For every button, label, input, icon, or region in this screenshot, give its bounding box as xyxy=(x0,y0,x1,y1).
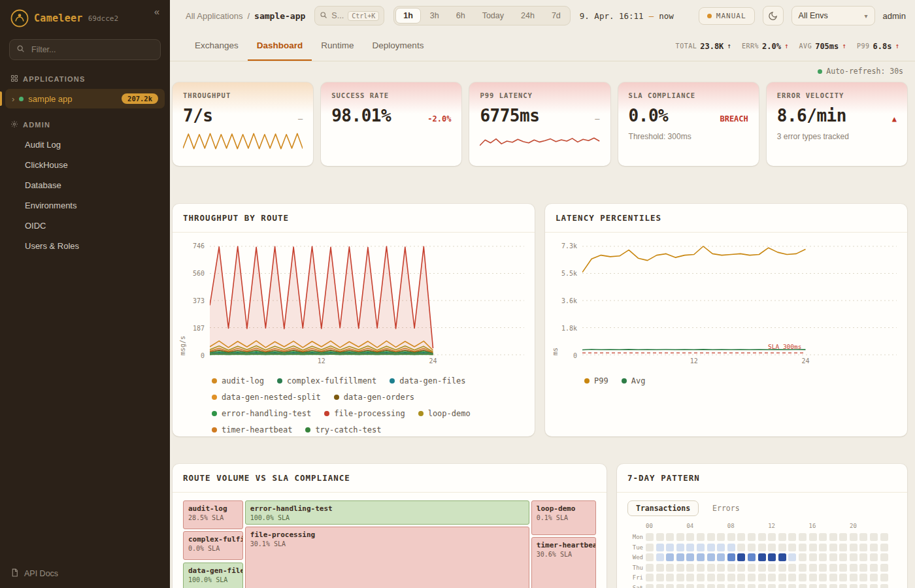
global-search[interactable]: S... Ctrl+K xyxy=(314,6,384,25)
x-tick-label: 12 xyxy=(318,357,325,365)
treemap-cell-timer-heartbeat[interactable]: timer-heartbeat30.6% SLA xyxy=(531,537,596,588)
legend-dot-icon xyxy=(212,411,217,416)
heatmap-cell xyxy=(859,584,867,588)
treemap-cell-file-processing[interactable]: file-processing30.1% SLA xyxy=(245,527,529,588)
tab-deployments[interactable]: Deployments xyxy=(363,31,433,61)
date-separator: — xyxy=(649,11,654,21)
treemap-cell-sla: 0.1% SLA xyxy=(537,514,591,521)
legend-item-loop-demo[interactable]: loop-demo xyxy=(418,409,471,418)
breadcrumb-all-applications[interactable]: All Applications xyxy=(186,11,242,21)
legend-item-try-catch-test[interactable]: try-catch-test xyxy=(305,425,381,434)
sidebar-collapse-button[interactable]: « xyxy=(150,5,163,18)
api-docs-link[interactable]: API Docs xyxy=(0,559,170,588)
treemap-cell-error-handling-test[interactable]: error-handling-test100.0% SLA xyxy=(245,500,529,525)
heatmap-cell xyxy=(768,533,776,541)
heatmap-cell xyxy=(748,553,756,561)
kpi-card-throughput: THROUGHPUT7/s– xyxy=(173,82,313,166)
legend-item-avg[interactable]: Avg xyxy=(622,376,646,385)
stat-value: 23.8K xyxy=(700,42,724,51)
time-range-1h[interactable]: 1h xyxy=(395,8,421,24)
heatmap-cell xyxy=(656,544,664,551)
sidebar-filter[interactable] xyxy=(9,39,161,60)
manual-refresh-button[interactable]: MANUAL xyxy=(699,7,755,25)
sidebar-item-environments[interactable]: Environments xyxy=(0,195,170,216)
legend-item-data-gen-orders[interactable]: data-gen-orders xyxy=(334,393,414,402)
filter-input[interactable] xyxy=(30,44,154,55)
theme-toggle-button[interactable] xyxy=(763,6,784,25)
heatmap-cell xyxy=(819,553,827,561)
tab-exchanges[interactable]: Exchanges xyxy=(186,31,248,61)
heatmap-cell xyxy=(758,553,766,561)
heatmap-cell xyxy=(768,574,776,581)
heatmap-cell xyxy=(870,553,878,561)
sidebar-item-clickhouse[interactable]: ClickHouse xyxy=(0,155,170,175)
legend-label: error-handling-test xyxy=(222,409,311,418)
heatmap-cell xyxy=(829,564,837,572)
legend-item-audit-log[interactable]: audit-log xyxy=(212,376,264,385)
route-volume-sla-panel: ROUTE VOLUME VS SLA COMPLIANCE audit-log… xyxy=(173,464,607,588)
heatmap-cell xyxy=(788,544,796,551)
latency-chart-block: ms 7.3k5.5k3.6k1.8k0 SLA 300ms 1224 xyxy=(545,233,907,367)
heatmap-cell xyxy=(686,533,694,541)
treemap-cell-data-gen-files[interactable]: data-gen-files100.0% SLA xyxy=(183,563,243,588)
search-shortcut-badge: Ctrl+K xyxy=(348,11,379,21)
tab-dashboard[interactable]: Dashboard xyxy=(248,31,312,61)
heatmap-cell xyxy=(666,553,674,561)
legend-item-data-gen-files[interactable]: data-gen-files xyxy=(390,376,465,385)
treemap-cell-sla: 0.0% SLA xyxy=(188,545,238,552)
search-placeholder: S... xyxy=(331,11,344,20)
throughput_spark-svg xyxy=(183,129,303,153)
legend-item-data-gen-nested-split[interactable]: data-gen-nested-split xyxy=(212,393,321,402)
tab-runtime[interactable]: Runtime xyxy=(312,31,363,61)
time-range-3h[interactable]: 3h xyxy=(422,8,447,24)
heatmap-toggle-errors[interactable]: Errors xyxy=(704,500,748,516)
kpi-value-row: 8.6/min▲ xyxy=(777,106,897,125)
time-range-6h[interactable]: 6h xyxy=(448,8,473,24)
heatmap-cell xyxy=(829,533,837,541)
y-tick-label: 187 xyxy=(193,325,205,332)
heatmap-cell xyxy=(676,564,684,572)
y-tick-label: 0 xyxy=(573,352,577,359)
heatmap-cell xyxy=(839,544,847,551)
treemap-cell-complex-fulfil[interactable]: complex-fulfil...0.0% SLA xyxy=(183,531,243,560)
date-range[interactable]: 9. Apr. 16:11 — now xyxy=(580,11,674,21)
legend-item-file-processing[interactable]: file-processing xyxy=(324,409,405,418)
kpi-card-success-rate: SUCCESS RATE98.01%-2.0% xyxy=(321,82,461,166)
heatmap-cell xyxy=(850,584,857,588)
kpi-delta: BREACH xyxy=(720,114,748,123)
legend-item-p99[interactable]: P99 xyxy=(584,376,608,385)
time-range-24h[interactable]: 24h xyxy=(513,8,542,24)
stat-value: 6.8s xyxy=(873,42,891,51)
sidebar-item-database[interactable]: Database xyxy=(0,175,170,195)
stat-err: ERR%2.0%↑ xyxy=(742,42,789,51)
heatmap-cell xyxy=(819,533,827,541)
sidebar-item-sample-app[interactable]: › sample app 207.2k xyxy=(5,89,165,108)
kpi-label: SUCCESS RATE xyxy=(331,91,451,99)
treemap-cell-loop-demo[interactable]: loop-demo0.1% SLA xyxy=(531,500,596,535)
y-tick-label: 560 xyxy=(193,270,205,277)
heatmap-cell xyxy=(850,553,857,561)
legend-item-error-handling-test[interactable]: error-handling-test xyxy=(212,409,311,418)
heatmap-cell xyxy=(676,574,684,581)
legend-item-timer-heartbeat[interactable]: timer-heartbeat xyxy=(212,425,292,434)
heatmap-cells xyxy=(646,574,888,581)
panel-title: ROUTE VOLUME VS SLA COMPLIANCE xyxy=(173,464,607,493)
auto-refresh-indicator: Auto-refresh: 30s xyxy=(173,61,907,82)
env-select[interactable]: All Envs ▾ xyxy=(791,6,875,25)
time-range-7d[interactable]: 7d xyxy=(544,8,569,24)
heatmap-cell xyxy=(656,574,664,581)
sidebar-item-audit-log[interactable]: Audit Log xyxy=(0,135,170,155)
heatmap-cell xyxy=(870,574,878,581)
heatmap-cell xyxy=(778,544,786,551)
heatmap-toggle-transactions[interactable]: Transactions xyxy=(627,500,699,516)
time-range-today[interactable]: Today xyxy=(474,8,512,24)
heatmap-cell xyxy=(839,533,847,541)
legend-item-complex-fulfillment[interactable]: complex-fulfillment xyxy=(277,376,376,385)
sidebar-item-oidc[interactable]: OIDC xyxy=(0,216,170,236)
treemap-cell-label: data-gen-files xyxy=(188,566,238,575)
kpi-delta: – xyxy=(595,114,599,123)
sidebar-item-users-roles[interactable]: Users & Roles xyxy=(0,236,170,256)
heatmap-cell xyxy=(809,584,817,588)
treemap-cell-audit-log[interactable]: audit-log28.5% SLA xyxy=(183,500,243,529)
user-label[interactable]: admin xyxy=(883,11,906,21)
